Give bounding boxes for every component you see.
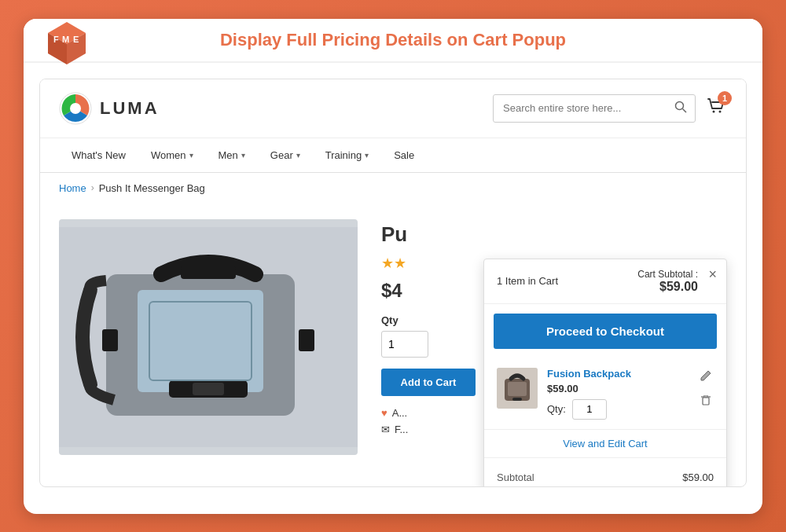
chevron-down-icon: ▾ [189, 151, 193, 160]
nav-bar: What's New Women ▾ Men ▾ Gear ▾ Training… [40, 138, 746, 173]
cart-item: Fusion Backpack $59.00 Qty: [484, 358, 726, 430]
add-to-cart-label: Add to Cart [401, 376, 457, 388]
nav-item-gear[interactable]: Gear ▾ [258, 138, 313, 172]
fme-logo: F M E [42, 19, 91, 64]
edit-item-button[interactable] [698, 368, 714, 386]
svg-point-9 [676, 101, 684, 109]
nav-item-whats-new[interactable]: What's New [59, 138, 138, 172]
nav-item-sale[interactable]: Sale [381, 138, 427, 172]
product-image [59, 219, 358, 455]
breadcrumb-home-link[interactable]: Home [59, 182, 86, 194]
svg-rect-31 [704, 395, 707, 397]
cart-item-price: $59.00 [547, 383, 689, 394]
svg-rect-16 [181, 266, 236, 279]
chevron-down-icon: ▾ [365, 151, 369, 160]
cart-item-qty-area: Qty: [547, 399, 689, 420]
svg-point-8 [70, 103, 81, 114]
logo-area: LUMA [59, 92, 160, 125]
svg-rect-15 [138, 290, 263, 392]
main-content: Pu ★★ $4 Qty Add to Cart ♥ A... ✉ F... [40, 204, 746, 486]
search-icon [674, 101, 687, 113]
cart-subtotal-area: Cart Subtotal : $59.00 [637, 269, 698, 294]
nav-label-sale: Sale [394, 149, 414, 161]
cart-badge: 1 [718, 91, 732, 105]
checkout-button[interactable]: Proceed to Checkout [494, 314, 717, 349]
logo-text: LUMA [100, 98, 160, 119]
product-title: Pu [381, 222, 727, 247]
cart-item-count: 1 Item in Cart [497, 275, 558, 287]
svg-rect-19 [102, 329, 118, 351]
delete-item-button[interactable] [698, 392, 714, 410]
nav-label-women: Women [151, 149, 186, 161]
cart-item-actions [698, 368, 714, 410]
subtotal-label: Subtotal [497, 471, 534, 483]
cart-item-image [497, 368, 538, 409]
add-to-cart-button[interactable]: Add to Cart [381, 369, 476, 396]
cart-popup: 1 Item in Cart Cart Subtotal : $59.00 × … [483, 259, 727, 487]
svg-rect-25 [512, 398, 522, 401]
store-frame: LUMA [39, 79, 747, 487]
cart-item-info: Fusion Backpack $59.00 Qty: [547, 368, 689, 420]
trash-icon [700, 394, 712, 406]
qty-label-text: Qty: [547, 403, 566, 415]
page-title: Display Full Pricing Details on Cart Pop… [42, 30, 744, 50]
search-cart-area: 1 [493, 94, 727, 123]
luma-logo-icon [59, 92, 92, 125]
product-image-svg [59, 219, 358, 455]
qty-input[interactable] [381, 331, 428, 358]
edit-icon [700, 369, 712, 382]
search-box [493, 94, 696, 123]
totals-section: Subtotal $59.00 Shipping & Handling $0.0… [484, 458, 726, 487]
cart-item-name-link[interactable]: Fusion Backpack [547, 368, 689, 380]
main-container: F M E Display Full Pricing Details on Ca… [24, 19, 762, 514]
nav-item-women[interactable]: Women ▾ [138, 138, 206, 172]
wishlist-label: A... [392, 407, 408, 419]
chevron-down-icon: ▾ [241, 151, 245, 160]
svg-rect-20 [299, 329, 314, 351]
subtotal-row: Subtotal $59.00 [497, 466, 714, 487]
email-icon: ✉ [381, 424, 390, 435]
nav-label-gear: Gear [270, 149, 293, 161]
svg-text:F: F [53, 35, 59, 44]
close-popup-button[interactable]: × [708, 267, 717, 281]
breadcrumb-current: Push It Messenger Bag [99, 182, 205, 194]
cart-subtotal-value: $59.00 [637, 280, 698, 294]
nav-label-whats-new: What's New [72, 149, 126, 161]
fme-logo-icon: F M E [42, 19, 91, 64]
svg-point-11 [713, 110, 715, 112]
view-edit-cart-link[interactable]: View and Edit Cart [484, 430, 726, 458]
svg-rect-24 [508, 382, 527, 396]
cart-item-image-svg [497, 368, 538, 409]
nav-item-training[interactable]: Training ▾ [313, 138, 381, 172]
subtotal-value: $59.00 [682, 471, 714, 483]
cart-icon-wrapper[interactable]: 1 [705, 96, 727, 121]
email-label: F... [395, 424, 408, 435]
store-header: LUMA [40, 79, 746, 138]
popup-header: 1 Item in Cart Cart Subtotal : $59.00 × [484, 259, 726, 304]
nav-label-men: Men [219, 149, 238, 161]
chevron-down-icon: ▾ [296, 151, 300, 160]
svg-rect-18 [193, 383, 224, 395]
svg-text:E: E [73, 35, 79, 44]
breadcrumb: Home › Push It Messenger Bag [40, 173, 746, 204]
product-image-area [59, 219, 358, 471]
search-button[interactable] [667, 96, 695, 121]
svg-point-12 [719, 110, 722, 112]
top-bar: F M E Display Full Pricing Details on Ca… [24, 19, 762, 63]
nav-item-men[interactable]: Men ▾ [206, 138, 258, 172]
cart-item-qty-input[interactable] [572, 399, 607, 420]
svg-text:M: M [62, 35, 69, 44]
svg-line-10 [683, 108, 687, 112]
search-input[interactable] [494, 97, 667, 119]
svg-rect-26 [703, 398, 709, 405]
cart-subtotal-label: Cart Subtotal : [637, 269, 698, 280]
nav-label-training: Training [325, 149, 362, 161]
breadcrumb-separator: › [91, 182, 94, 193]
heart-icon: ♥ [381, 407, 387, 419]
